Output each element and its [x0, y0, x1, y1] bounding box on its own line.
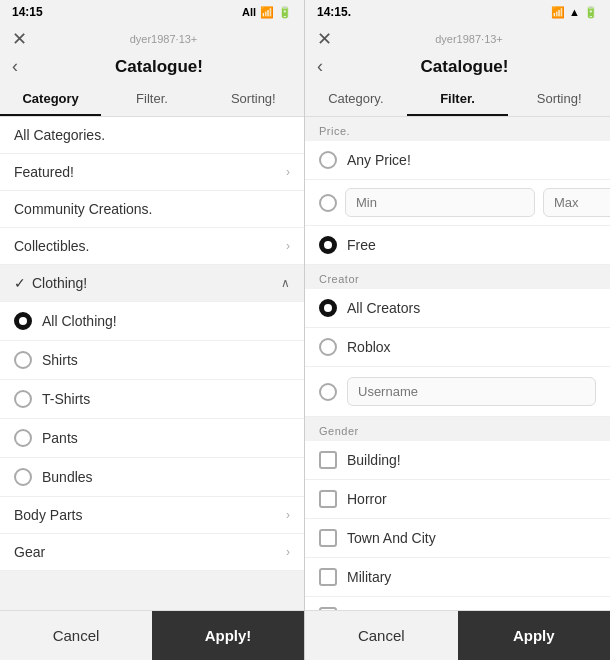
- max-price-input[interactable]: [543, 188, 610, 217]
- collectibles-item[interactable]: Collectibles. ›: [0, 228, 304, 265]
- town-city-checkbox[interactable]: [319, 529, 337, 547]
- cancel-button-right[interactable]: Cancel: [305, 611, 458, 660]
- shirts-label: Shirts: [42, 352, 78, 368]
- collectibles-chevron: ›: [286, 239, 290, 253]
- building-label: Building!: [347, 452, 401, 468]
- username-input[interactable]: [347, 377, 596, 406]
- top-bar-right: ✕ dyer1987·13+: [305, 24, 610, 54]
- military-label: Military: [347, 569, 391, 585]
- tab-category-left[interactable]: Category: [0, 83, 101, 116]
- body-parts-item[interactable]: Body Parts ›: [0, 497, 304, 534]
- gear-chevron: ›: [286, 545, 290, 559]
- apply-button-right[interactable]: Apply: [458, 611, 611, 660]
- any-price-radio[interactable]: [319, 151, 337, 169]
- any-price-label: Any Price!: [347, 152, 411, 168]
- bundles-item[interactable]: Bundles: [0, 458, 304, 497]
- all-clothing-radio[interactable]: [14, 312, 32, 330]
- cancel-button-left[interactable]: Cancel: [0, 611, 152, 660]
- comedy-option[interactable]: Comedy.: [305, 597, 610, 610]
- military-checkbox[interactable]: [319, 568, 337, 586]
- clothing-header[interactable]: ✓ Clothing! ∧: [0, 265, 304, 302]
- tab-filter-right[interactable]: Filter.: [407, 83, 509, 116]
- building-option[interactable]: Building!: [305, 441, 610, 480]
- pants-radio[interactable]: [14, 429, 32, 447]
- back-button-right[interactable]: ‹: [317, 56, 323, 77]
- all-creators-label: All Creators: [347, 300, 420, 316]
- bundles-label: Bundles: [42, 469, 93, 485]
- tshirts-item[interactable]: T-Shirts: [0, 380, 304, 419]
- user-label-right: dyer1987·13+: [340, 33, 598, 45]
- apply-button-left[interactable]: Apply!: [152, 611, 304, 660]
- town-city-label: Town And City: [347, 530, 436, 546]
- body-parts-chevron: ›: [286, 508, 290, 522]
- roblox-option[interactable]: Roblox: [305, 328, 610, 367]
- username-option[interactable]: [305, 367, 610, 417]
- price-section-label: Price.: [305, 117, 610, 141]
- tab-sorting-right[interactable]: Sorting!: [508, 83, 610, 116]
- title-bar-left: ‹ Catalogue!: [0, 54, 304, 83]
- all-clothing-item[interactable]: All Clothing!: [0, 302, 304, 341]
- shirts-item[interactable]: Shirts: [0, 341, 304, 380]
- panel-title-right: Catalogue!: [331, 57, 598, 77]
- wifi-icon-right: ▲: [569, 6, 580, 18]
- tabs-right: Category. Filter. Sorting!: [305, 83, 610, 117]
- town-city-option[interactable]: Town And City: [305, 519, 610, 558]
- featured-label: Featured!: [14, 164, 74, 180]
- min-price-input[interactable]: [345, 188, 535, 217]
- back-button-left[interactable]: ‹: [12, 56, 18, 77]
- military-option[interactable]: Military: [305, 558, 610, 597]
- horror-checkbox[interactable]: [319, 490, 337, 508]
- clothing-check: ✓: [14, 275, 26, 291]
- featured-item[interactable]: Featured! ›: [0, 154, 304, 191]
- status-bar-right: 14:15. 📶 ▲ 🔋: [305, 0, 610, 24]
- roblox-label: Roblox: [347, 339, 391, 355]
- shirts-radio[interactable]: [14, 351, 32, 369]
- horror-label: Horror: [347, 491, 387, 507]
- price-range-radio[interactable]: [319, 194, 337, 212]
- roblox-radio[interactable]: [319, 338, 337, 356]
- signal-icon-right: 📶: [551, 6, 565, 19]
- status-icons-right: 📶 ▲ 🔋: [551, 6, 598, 19]
- right-panel: 14:15. 📶 ▲ 🔋 ✕ dyer1987·13+ ‹ Catalogue!…: [305, 0, 610, 660]
- close-button-right[interactable]: ✕: [317, 28, 332, 50]
- all-creators-option[interactable]: All Creators: [305, 289, 610, 328]
- panel-title-left: Catalogue!: [26, 57, 292, 77]
- status-bar-left: 14:15 All 📶 🔋: [0, 0, 304, 24]
- free-label: Free: [347, 237, 376, 253]
- all-categories-item[interactable]: All Categories.: [0, 117, 304, 154]
- title-bar-right: ‹ Catalogue!: [305, 54, 610, 83]
- time-left: 14:15: [12, 5, 43, 19]
- time-right: 14:15.: [317, 5, 351, 19]
- pants-label: Pants: [42, 430, 78, 446]
- gear-item[interactable]: Gear ›: [0, 534, 304, 571]
- user-label-left: dyer1987·13+: [35, 33, 292, 45]
- tab-filter-left[interactable]: Filter.: [101, 83, 202, 116]
- battery-icon-left: 🔋: [278, 6, 292, 19]
- pants-item[interactable]: Pants: [0, 419, 304, 458]
- featured-chevron: ›: [286, 165, 290, 179]
- tab-sorting-left[interactable]: Sorting!: [203, 83, 304, 116]
- tshirts-label: T-Shirts: [42, 391, 90, 407]
- tabs-left: Category Filter. Sorting!: [0, 83, 304, 117]
- close-button-left[interactable]: ✕: [12, 28, 27, 50]
- clothing-chevron: ∧: [281, 276, 290, 290]
- community-label: Community Creations.: [14, 201, 153, 217]
- bundles-radio[interactable]: [14, 468, 32, 486]
- body-parts-label: Body Parts: [14, 507, 82, 523]
- tshirts-radio[interactable]: [14, 390, 32, 408]
- all-creators-radio[interactable]: [319, 299, 337, 317]
- clothing-label: Clothing!: [32, 275, 87, 291]
- price-inputs-row: [305, 180, 610, 226]
- horror-option[interactable]: Horror: [305, 480, 610, 519]
- building-checkbox[interactable]: [319, 451, 337, 469]
- all-categories-label: All Categories.: [14, 127, 105, 143]
- gender-section-label: Gender: [305, 417, 610, 441]
- free-radio[interactable]: [319, 236, 337, 254]
- community-item[interactable]: Community Creations.: [0, 191, 304, 228]
- any-price-option[interactable]: Any Price!: [305, 141, 610, 180]
- all-clothing-label: All Clothing!: [42, 313, 117, 329]
- free-option[interactable]: Free: [305, 226, 610, 265]
- tab-category-right[interactable]: Category.: [305, 83, 407, 116]
- username-radio[interactable]: [319, 383, 337, 401]
- creator-section-label: Creator: [305, 265, 610, 289]
